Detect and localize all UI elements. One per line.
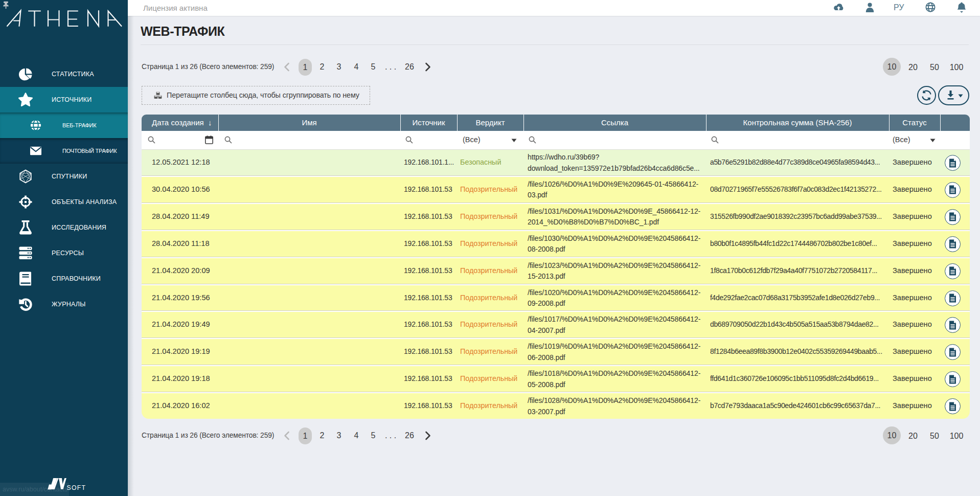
svg-text:SOFT: SOFT (67, 484, 86, 491)
